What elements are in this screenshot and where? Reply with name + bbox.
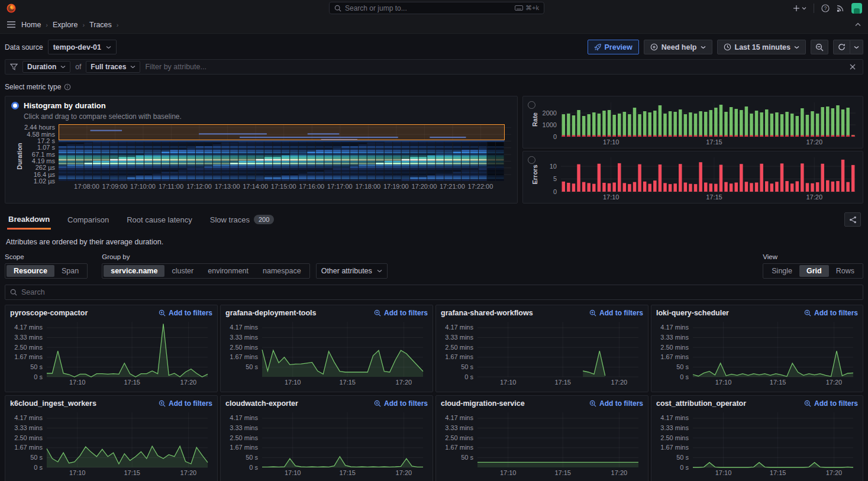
select-metric-label: Select metric type (5, 83, 61, 91)
svg-text:17:15: 17:15 (706, 193, 722, 201)
service-duration-chart[interactable]: 4.17 mins3.33 mins2.50 mins1.67 mins50 s… (10, 318, 212, 387)
svg-text:17:20: 17:20 (396, 379, 412, 386)
refresh-interval-dropdown[interactable] (850, 40, 863, 54)
errors-chart[interactable]: 051017:1017:1517:20Errors (531, 154, 859, 202)
groupby-option-namespace[interactable]: namespace (256, 265, 308, 277)
histogram-title: Histogram by duration (24, 101, 106, 110)
add-to-filters-button[interactable]: Add to filters (374, 309, 428, 317)
clear-filter-icon[interactable] (847, 63, 858, 71)
top-nav: ⌘+k ? (0, 0, 868, 16)
tab-root-cause-latency[interactable]: Root cause latency (125, 210, 193, 230)
service-duration-chart[interactable]: 4.17 mins3.33 mins2.50 mins1.67 mins50 s… (656, 409, 858, 477)
menu-toggle-icon[interactable] (7, 21, 15, 28)
breadcrumb-home[interactable]: Home (21, 21, 41, 29)
time-range-button[interactable]: Last 15 minutes (717, 40, 806, 54)
service-duration-chart[interactable]: 4.17 mins3.33 mins2.50 mins1.67 mins50 s… (441, 318, 643, 387)
svg-text:0 s: 0 s (249, 464, 258, 471)
news-rss-icon[interactable] (837, 4, 844, 12)
scope-option-resource[interactable]: Resource (7, 265, 54, 277)
keyboard-shortcut-badge: ⌘+k (515, 4, 539, 12)
tab-breakdown[interactable]: Breakdown (7, 209, 51, 230)
rate-chart[interactable]: 01000200017:1017:1517:20Rate (531, 99, 859, 147)
svg-text:17:10: 17:10 (603, 193, 619, 201)
clock-icon (724, 43, 731, 51)
service-duration-chart[interactable]: 4.17 mins3.33 mins2.50 mins1.67 mins50 s… (656, 318, 858, 387)
keyboard-icon (515, 5, 523, 11)
help-icon[interactable]: ? (821, 4, 830, 12)
svg-text:50 s: 50 s (676, 454, 689, 461)
search-plus-icon (159, 309, 166, 317)
breadcrumb-explore[interactable]: Explore (53, 21, 78, 29)
svg-text:17:10: 17:10 (285, 379, 301, 386)
svg-text:0 s: 0 s (34, 464, 43, 471)
data-source-label: Data source (5, 43, 43, 51)
svg-text:3.33 mins: 3.33 mins (660, 334, 689, 341)
preview-button[interactable]: Preview (588, 40, 639, 54)
chevron-down-icon (794, 46, 799, 49)
duration-select[interactable]: Duration (22, 61, 70, 73)
heatmap-x-tick: 17:19:00 (383, 183, 409, 190)
heatmap-x-tick: 17:09:00 (102, 183, 128, 190)
user-avatar[interactable] (851, 3, 862, 14)
duration-heatmap[interactable] (59, 124, 511, 181)
svg-text:17:15: 17:15 (124, 469, 140, 476)
breadcrumb-traces[interactable]: Traces (89, 21, 112, 29)
add-new-button[interactable] (793, 5, 806, 12)
histogram-radio[interactable] (11, 102, 19, 109)
trace-type-select[interactable]: Full traces (86, 61, 140, 73)
filter-bar: Duration of Full traces Filter by attrib… (5, 59, 863, 75)
heatmap-y-tick: 262 µs (36, 164, 55, 171)
service-duration-chart[interactable]: 4.17 mins3.33 mins2.50 mins1.67 mins50 s… (441, 409, 643, 477)
view-label: View (763, 253, 863, 260)
view-option-single[interactable]: Single (764, 265, 799, 277)
service-duration-chart[interactable]: 4.17 mins3.33 mins2.50 mins1.67 mins50 s… (10, 409, 212, 477)
svg-text:2.50 mins: 2.50 mins (445, 434, 473, 441)
service-duration-chart[interactable]: 4.17 mins3.33 mins2.50 mins1.67 mins50 s… (225, 318, 428, 387)
service-search-input[interactable] (21, 288, 858, 296)
controls-row: Scope Resource Span Group by service.nam… (5, 253, 863, 279)
info-icon (64, 83, 71, 91)
add-to-filters-button[interactable]: Add to filters (589, 399, 643, 408)
zoom-out-button[interactable] (811, 40, 828, 54)
svg-text:2.50 mins: 2.50 mins (230, 434, 258, 441)
select-metric-row: Select metric type (5, 83, 863, 91)
svg-text:1.67 mins: 1.67 mins (230, 444, 258, 451)
refresh-button[interactable] (833, 40, 850, 54)
svg-text:3.33 mins: 3.33 mins (14, 334, 43, 341)
add-to-filters-button[interactable]: Add to filters (589, 309, 643, 317)
add-to-filters-button[interactable]: Add to filters (159, 399, 212, 408)
grafana-logo-icon[interactable] (6, 3, 17, 14)
view-option-grid[interactable]: Grid (799, 265, 829, 277)
heatmap-x-tick: 17:21:00 (440, 183, 465, 190)
view-option-rows[interactable]: Rows (829, 265, 861, 277)
share-button[interactable] (844, 212, 861, 227)
add-to-filters-button[interactable]: Add to filters (374, 399, 428, 408)
groupby-option-cluster[interactable]: cluster (164, 265, 201, 277)
service-duration-chart[interactable]: 4.17 mins3.33 mins2.50 mins1.67 mins50 s… (225, 409, 428, 477)
svg-text:50 s: 50 s (30, 363, 43, 370)
service-panel-grafana-shared-workflows: grafana-shared-workflows Add to filters … (435, 305, 648, 392)
other-attributes-select[interactable]: Other attributes (316, 263, 388, 279)
add-to-filters-button[interactable]: Add to filters (804, 399, 858, 408)
add-to-filters-label: Add to filters (169, 399, 212, 408)
attribute-filter-input[interactable]: Filter by attribute... (145, 63, 843, 71)
tab-slow-traces[interactable]: Slow traces 200 (209, 209, 276, 230)
breadcrumb: Home › Explore › Traces › (21, 21, 119, 29)
histogram-panel: Histogram by duration Click and drag to … (5, 96, 518, 204)
search-input[interactable] (345, 4, 511, 12)
heatmap-y-tick: 1.02 µs (34, 177, 55, 185)
data-source-select[interactable]: tempo-dev-01 (48, 40, 117, 54)
collapse-chevron-up-icon[interactable] (855, 22, 861, 27)
tab-comparison[interactable]: Comparison (66, 210, 110, 230)
search-icon (10, 289, 17, 296)
heatmap-y-tick: 4.58 mins (27, 131, 55, 138)
chevron-down-icon (130, 65, 135, 69)
add-to-filters-button[interactable]: Add to filters (804, 309, 858, 317)
groupby-option-service-name[interactable]: service.name (104, 265, 164, 277)
svg-text:4.17 mins: 4.17 mins (14, 414, 43, 421)
scope-option-span[interactable]: Span (54, 265, 86, 277)
add-to-filters-button[interactable]: Add to filters (159, 309, 212, 317)
groupby-option-environment[interactable]: environment (201, 265, 256, 277)
svg-text:17:15: 17:15 (770, 469, 786, 476)
need-help-button[interactable]: Need help (644, 40, 712, 54)
